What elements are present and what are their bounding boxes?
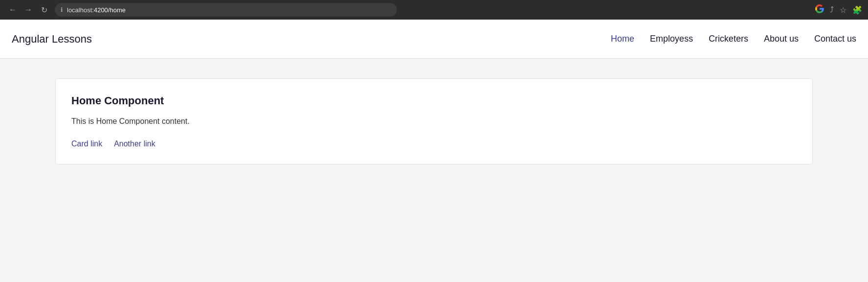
address-bar[interactable]: ℹ localhost:4200/home [55, 3, 397, 17]
card-links: Card link Another link [71, 140, 797, 148]
forward-icon: → [24, 5, 32, 14]
extensions-icon[interactable]: 🧩 [852, 5, 862, 15]
reload-icon: ↻ [41, 5, 47, 15]
browser-chrome: ← → ↻ ℹ localhost:4200/home ⤴ ☆ 🧩 [0, 0, 868, 20]
bookmark-icon[interactable]: ☆ [840, 5, 846, 15]
share-icon[interactable]: ⤴ [830, 5, 834, 14]
nav-link-about[interactable]: About us [764, 34, 799, 44]
card-content-text: This is Home Component content. [71, 117, 797, 126]
main-content: Home Component This is Home Component co… [0, 59, 868, 282]
url-domain: localhost [67, 6, 92, 14]
browser-right-icons: ⤴ ☆ 🧩 [815, 4, 862, 16]
reload-button[interactable]: ↻ [37, 3, 51, 17]
navbar: Angular Lessons Home Employess Cricketer… [0, 20, 868, 59]
navbar-brand[interactable]: Angular Lessons [12, 33, 92, 46]
browser-nav-buttons: ← → ↻ [6, 3, 51, 17]
card-link-1[interactable]: Card link [71, 140, 102, 148]
back-button[interactable]: ← [6, 3, 20, 17]
page: Angular Lessons Home Employess Cricketer… [0, 20, 868, 282]
address-text: localhost:4200/home [67, 6, 126, 14]
nav-link-employess[interactable]: Employess [650, 34, 693, 44]
nav-link-contact[interactable]: Contact us [814, 34, 856, 44]
url-path: :4200/home [92, 6, 126, 14]
nav-link-cricketers[interactable]: Cricketers [709, 34, 748, 44]
card-title: Home Component [71, 94, 797, 107]
home-card: Home Component This is Home Component co… [55, 78, 813, 164]
nav-link-home[interactable]: Home [611, 34, 634, 44]
google-icon[interactable] [815, 4, 824, 16]
info-icon: ℹ [61, 6, 63, 13]
forward-button[interactable]: → [22, 3, 35, 17]
card-link-2[interactable]: Another link [114, 140, 155, 148]
navbar-links: Home Employess Cricketers About us Conta… [611, 34, 856, 44]
back-icon: ← [9, 5, 17, 14]
